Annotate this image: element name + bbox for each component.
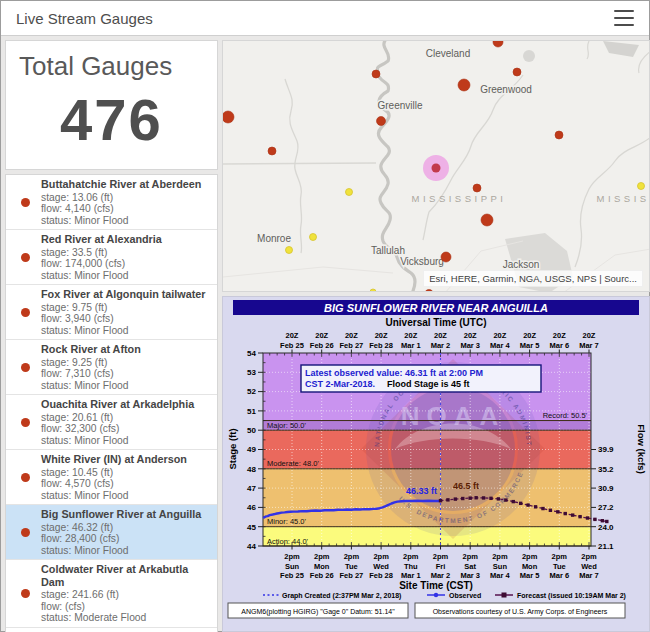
selected-gauge-marker[interactable]: [432, 164, 441, 173]
latest-observed-line2: CST 2-Mar-2018.: [305, 379, 375, 389]
cst-day-label: Thu: [404, 562, 418, 571]
map-city-label: Tallulah: [371, 245, 405, 256]
gauge-marker-red[interactable]: [513, 68, 521, 76]
gauge-marker-red[interactable]: [223, 111, 234, 123]
list-item[interactable]: Ouachita River at Arkadelphiastage: 20.6…: [6, 395, 217, 450]
map-city-label: Jackson: [503, 259, 540, 270]
cst-time-label: 2pm: [433, 552, 449, 561]
list-item[interactable]: Mississippi River at Arkansas Citystage:…: [6, 628, 217, 632]
utc-time-label: 20Z: [375, 331, 388, 340]
map-water-patch: [523, 50, 535, 62]
gauge-flow: flow: 4,570 (cfs): [41, 478, 211, 490]
watermark-noaa: NOAA: [401, 401, 506, 431]
flood-stage-note: Flood Stage is 45 ft: [387, 379, 470, 389]
gauge-marker-red[interactable]: [372, 70, 380, 78]
observed-value-label: 46.33 ft: [406, 486, 437, 496]
list-item[interactable]: Buttahatchie River at Aberdeenstage: 13.…: [6, 175, 217, 230]
cst-day-label: Tue: [553, 562, 566, 571]
map-region-label: MISSISSIPPI: [412, 193, 507, 204]
map-attribution: Esri, HERE, Garmin, NGA, USGS, NPS | Sou…: [423, 270, 643, 287]
gauge-status-dot: [21, 418, 30, 427]
legend-forecast-label: Forecast (issued 10:19AM Mar 2): [517, 592, 626, 600]
chart-footnotes: ANGM6(plotting HGIRG) "Gage 0" Datum: 51…: [228, 603, 625, 618]
stage-tick-label: 47: [247, 484, 256, 493]
utc-time-label: 20Z: [464, 331, 477, 340]
cst-day-label: Sun: [493, 562, 508, 571]
gauge-stage: stage: 241.66 (ft): [41, 589, 211, 601]
stage-tick-label: 46: [247, 503, 256, 512]
forecast-point: [601, 519, 604, 522]
cst-time-label: 2pm: [344, 552, 360, 561]
cst-time-label: 2pm: [373, 552, 389, 561]
gauge-name: Rock River at Afton: [41, 343, 211, 356]
utc-date-label: Mar 5: [520, 341, 540, 350]
forecast-point: [454, 497, 457, 500]
stage-axis-title: Stage (ft): [227, 428, 238, 469]
list-item[interactable]: Coldwater River at Arkabutla Damstage: 2…: [6, 560, 217, 628]
list-item[interactable]: Fox River at Algonquin tailwaterstage: 9…: [6, 285, 217, 340]
utc-date-label: Feb 28: [369, 341, 393, 350]
hamburger-menu-icon[interactable]: [614, 8, 634, 28]
gauge-status-dot: [21, 363, 30, 372]
gauge-status-dot: [21, 253, 30, 262]
gauge-marker-red[interactable]: [268, 147, 276, 155]
map-city-label: Monroe: [257, 233, 291, 244]
gauge-marker-red[interactable]: [441, 252, 451, 262]
gauge-flow: flow: (cfs): [41, 601, 211, 613]
gauge-status-dot: [21, 473, 30, 482]
forecast-point: [578, 515, 581, 518]
gauge-flow: flow: 4,140 (cfs): [41, 203, 211, 215]
gauge-flow: flow: 174,000 (cfs): [41, 258, 211, 270]
forecast-point: [586, 516, 589, 519]
threshold-label: Moderate: 48.0': [267, 459, 319, 468]
gauge-status-dot: [21, 308, 30, 317]
gauge-marker-yellow[interactable]: [370, 289, 376, 292]
flow-tick-label: 21.1: [598, 542, 614, 551]
forecast-point: [439, 499, 442, 502]
gauge-marker-yellow[interactable]: [638, 183, 645, 190]
cst-time-label: 2pm: [403, 552, 419, 561]
gauge-status: status: Minor Flood: [41, 490, 211, 502]
gauge-flow: flow: 28,400 (cfs): [41, 533, 211, 545]
gauge-name: Fox River at Algonquin tailwater: [41, 288, 211, 301]
gauge-marker-red[interactable]: [458, 79, 470, 91]
list-item[interactable]: Red River at Alexandriastage: 33.5 (ft)f…: [6, 230, 217, 285]
gauge-stage: stage: 10.45 (ft): [41, 467, 211, 479]
gauge-stage: stage: 20.61 (ft): [41, 412, 211, 424]
forecast-point: [526, 503, 529, 506]
forecast-point: [489, 497, 492, 500]
utc-date-label: Mar 3: [460, 341, 480, 350]
gauge-marker-yellow[interactable]: [286, 247, 293, 254]
total-gauges-title: Total Gauges: [6, 41, 217, 82]
gauge-marker-yellow[interactable]: [310, 234, 317, 241]
gauge-marker-yellow[interactable]: [346, 189, 353, 196]
utc-time-label: 20Z: [493, 331, 506, 340]
cst-day-label: Mon: [314, 562, 330, 571]
cst-date-label: Mar 5: [520, 571, 540, 580]
gauge-marker-red[interactable]: [555, 131, 563, 139]
utc-time-label: 20Z: [523, 331, 536, 340]
list-item[interactable]: White River (IN) at Andersonstage: 10.45…: [6, 450, 217, 505]
total-gauges-count: 476: [6, 86, 217, 153]
list-item[interactable]: Big Sunflower River at Anguillastage: 46…: [6, 505, 217, 560]
forecast-point: [556, 510, 559, 513]
hydrograph-chart: BIG SUNFLOWER RIVER NEAR ANGUILLA Univer…: [223, 297, 649, 631]
gauge-marker-red[interactable]: [473, 184, 481, 192]
footnote-courtesy: Observations courtesy of U.S. Army Corps…: [433, 608, 608, 616]
gauge-marker-red[interactable]: [377, 117, 386, 126]
map-state-boundary: [223, 163, 376, 164]
cst-date-label: Feb 28: [369, 571, 393, 580]
list-item[interactable]: Rock River at Aftonstage: 9.25 (ft)flow:…: [6, 340, 217, 395]
cst-time-label: 2pm: [522, 552, 538, 561]
map[interactable]: ClevelandGreenvilleGreenwoodMonroeTallul…: [222, 40, 650, 292]
gauge-marker-red[interactable]: [481, 214, 493, 226]
footnote-datum: ANGM6(plotting HGIRG) "Gage 0" Datum: 51…: [241, 608, 395, 616]
gauge-status-dot: [21, 198, 30, 207]
gauge-stage: stage: 13.06 (ft): [41, 192, 211, 204]
utc-time-label: 20Z: [286, 331, 299, 340]
utc-time-label: 20Z: [315, 331, 328, 340]
cst-time-label: 2pm: [581, 552, 597, 561]
map-canvas[interactable]: ClevelandGreenvilleGreenwoodMonroeTallul…: [223, 41, 650, 292]
cst-date-label: Mar 3: [460, 571, 480, 580]
gauge-status: status: Minor Flood: [41, 545, 211, 557]
